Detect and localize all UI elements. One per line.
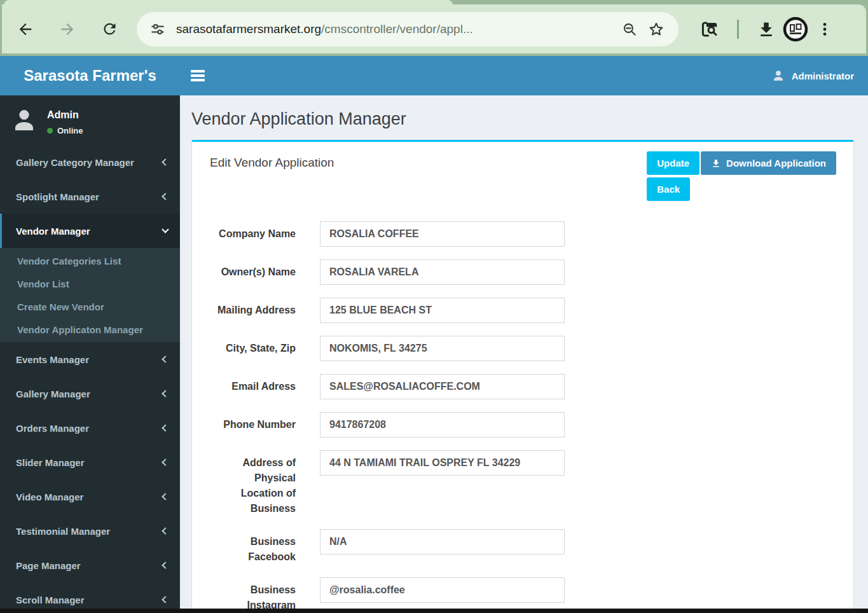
browser-menu-button[interactable] bbox=[810, 15, 839, 44]
phone-number-label: Phone Number bbox=[210, 412, 296, 432]
email-address-input[interactable] bbox=[320, 374, 565, 399]
sidebar-user-status[interactable]: Online bbox=[47, 126, 83, 135]
chevron-down-icon bbox=[162, 226, 169, 233]
box-action-buttons: Update Download Application Back bbox=[647, 151, 836, 201]
browser-back-button[interactable] bbox=[11, 15, 40, 44]
browser-reload-button[interactable] bbox=[95, 15, 124, 44]
chevron-left-icon bbox=[162, 493, 169, 500]
address-bar[interactable]: sarasotafarmersmarket.org/cmscontroller/… bbox=[137, 12, 679, 46]
sidebar-item-video-manager[interactable]: Video Manager bbox=[0, 479, 180, 514]
form-row-company-name: Company Name bbox=[210, 221, 853, 247]
back-arrow-icon bbox=[17, 20, 34, 38]
browser-toolbar: sarasotafarmersmarket.org/cmscontroller/… bbox=[2, 4, 866, 53]
form-row-city-state-zip: City, State, Zip bbox=[210, 336, 853, 361]
mailing-address-label: Mailing Address bbox=[210, 298, 296, 318]
page-title: Vendor Application Manager bbox=[191, 109, 855, 129]
sidebar-subitem-vendor-categories-list[interactable]: Vendor Categories List bbox=[0, 249, 180, 272]
url-path: /cmscontroller/vendor/appl... bbox=[321, 22, 473, 36]
chevron-left-icon bbox=[162, 561, 169, 568]
sidebar-item-spotlight-manager[interactable]: Spotlight Manager bbox=[0, 179, 180, 214]
navbar-user-label: Administrator bbox=[792, 71, 854, 81]
sidebar-avatar bbox=[10, 106, 39, 135]
screen-bottom-edge bbox=[0, 609, 868, 613]
online-label: Online bbox=[57, 126, 83, 135]
sidebar-user-panel: Admin Online bbox=[0, 95, 180, 145]
download-application-button[interactable]: Download Application bbox=[701, 151, 836, 175]
chevron-left-icon bbox=[162, 193, 169, 200]
form-row-mailing-address: Mailing Address bbox=[210, 298, 853, 323]
chevron-left-icon bbox=[162, 596, 169, 603]
form-row-physical-location: Address of Physical Location of Business bbox=[210, 450, 853, 516]
brand-title: Sarasota Farmer's bbox=[24, 67, 156, 85]
sidebar-item-slider-manager[interactable]: Slider Manager bbox=[0, 445, 180, 479]
business-facebook-input[interactable] bbox=[320, 529, 565, 554]
profile-avatar bbox=[783, 17, 808, 42]
sidebar-user-name: Admin bbox=[47, 109, 83, 121]
business-facebook-label: Business Facebook bbox=[210, 529, 296, 565]
edit-vendor-application-box: Edit Vendor Application Update Download … bbox=[191, 140, 854, 613]
browser-forward-button[interactable] bbox=[53, 15, 82, 44]
sidebar-item-gallery-manager[interactable]: Gallery Manager bbox=[0, 376, 180, 411]
tab-search-icon bbox=[700, 20, 719, 39]
navbar-user-menu[interactable]: Administrator bbox=[771, 69, 854, 83]
city-state-zip-label: City, State, Zip bbox=[210, 336, 296, 356]
owner-name-label: Owner(s) Name bbox=[210, 259, 296, 280]
back-button[interactable]: Back bbox=[647, 177, 690, 201]
email-address-label: Email Adress bbox=[210, 374, 296, 394]
kebab-menu-icon bbox=[816, 21, 833, 38]
sidebar-item-gallery-category-manager[interactable]: Gallery Category Manager bbox=[0, 145, 180, 179]
content-area: Vendor Application Manager Edit Vendor A… bbox=[180, 95, 868, 613]
physical-location-label: Address of Physical Location of Business bbox=[210, 450, 296, 516]
site-settings-icon[interactable] bbox=[149, 21, 166, 38]
chevron-left-icon bbox=[162, 424, 169, 431]
form-row-business-facebook: Business Facebook bbox=[210, 529, 853, 565]
sidebar-subitem-vendor-application-manager[interactable]: Vendor Applicaton Manager bbox=[0, 318, 180, 341]
brand-logo[interactable]: Sarasota Farmer's bbox=[0, 56, 180, 95]
city-state-zip-input[interactable] bbox=[320, 336, 565, 361]
sidebar-subitem-create-new-vendor[interactable]: Create New Vendor bbox=[0, 295, 180, 318]
sidebar-toggle-button[interactable] bbox=[189, 61, 219, 90]
chevron-left-icon bbox=[162, 158, 169, 165]
sidebar-item-vendor-manager[interactable]: Vendor Manager bbox=[0, 214, 180, 248]
phone-number-input[interactable] bbox=[320, 412, 565, 437]
sidebar-item-page-manager[interactable]: Page Manager bbox=[0, 548, 180, 582]
online-dot-icon bbox=[47, 128, 53, 134]
tab-search-button[interactable] bbox=[695, 15, 724, 44]
url-domain: sarasotafarmersmarket.org bbox=[176, 22, 321, 36]
mailing-address-input[interactable] bbox=[320, 298, 565, 323]
sidebar-item-events-manager[interactable]: Events Manager bbox=[0, 342, 180, 376]
sidebar-item-orders-manager[interactable]: Orders Manager bbox=[0, 411, 180, 445]
form-row-phone-number: Phone Number bbox=[210, 412, 853, 437]
sidebar-item-testimonial-manager[interactable]: Testimonial Manager bbox=[0, 514, 180, 548]
sidebar-menu: Gallery Category Manager Spotlight Manag… bbox=[0, 145, 180, 613]
form-row-email-address: Email Adress bbox=[210, 374, 853, 399]
business-instagram-input[interactable] bbox=[320, 577, 565, 603]
chevron-left-icon bbox=[162, 527, 169, 534]
business-instagram-label: Business Instagram bbox=[210, 577, 296, 613]
sidebar: Admin Online Gallery Category Manager Sp… bbox=[0, 95, 180, 613]
bookmark-star-button[interactable] bbox=[643, 16, 670, 43]
box-title: Edit Vendor Application bbox=[210, 156, 334, 169]
download-icon bbox=[711, 158, 721, 169]
user-icon bbox=[771, 69, 785, 83]
profile-avatar-button[interactable] bbox=[781, 15, 810, 44]
browser-chrome: sarasotafarmersmarket.org/cmscontroller/… bbox=[0, 0, 868, 56]
company-name-input[interactable] bbox=[320, 221, 565, 247]
physical-location-input[interactable] bbox=[320, 450, 565, 476]
top-navbar: Administrator bbox=[180, 56, 868, 95]
forward-arrow-icon bbox=[59, 20, 76, 38]
zoom-level-button[interactable] bbox=[616, 16, 643, 43]
url-text[interactable]: sarasotafarmersmarket.org/cmscontroller/… bbox=[176, 22, 616, 36]
company-name-label: Company Name bbox=[210, 221, 296, 242]
downloads-button[interactable] bbox=[752, 15, 781, 44]
owner-name-input[interactable] bbox=[320, 259, 565, 285]
chevron-left-icon bbox=[162, 458, 169, 465]
chevron-left-icon bbox=[162, 355, 169, 362]
form-row-business-instagram: Business Instagram bbox=[210, 577, 853, 613]
toolbar-divider bbox=[737, 20, 739, 39]
update-button[interactable]: Update bbox=[647, 151, 699, 175]
sidebar-subitem-vendor-list[interactable]: Vendor List bbox=[0, 272, 180, 295]
form-row-owner-name: Owner(s) Name bbox=[210, 259, 853, 285]
reload-icon bbox=[101, 20, 118, 38]
chevron-left-icon bbox=[162, 390, 169, 397]
